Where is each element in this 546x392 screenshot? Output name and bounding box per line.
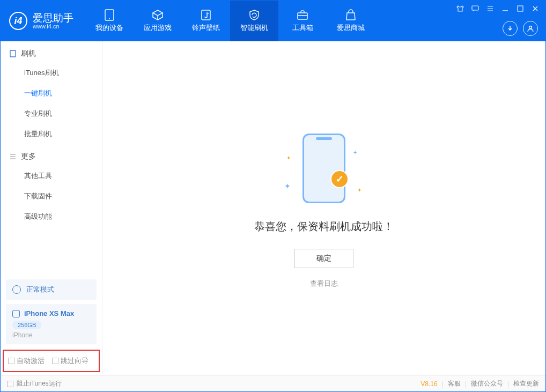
device-name: iPhone XS Max <box>24 309 74 317</box>
flash-options-row: 自动激活 跳过向导 <box>3 350 100 372</box>
sidebar-item-itunes-flash[interactable]: iTunes刷机 <box>24 63 102 83</box>
app-header: i4 爱思助手 www.i4.cn 我的设备 应用游戏 铃声壁纸 智能刷机 工具… <box>1 1 545 41</box>
logo-icon: i4 <box>9 12 27 30</box>
svg-point-1 <box>109 18 110 19</box>
sparkle-icon: ✦ <box>357 187 361 193</box>
menu-icon[interactable] <box>485 4 495 13</box>
sidebar-item-batch-flash[interactable]: 批量刷机 <box>24 124 102 144</box>
version-label: V8.16 <box>420 380 437 388</box>
checkbox-icon <box>8 358 14 364</box>
sidebar-item-other-tools[interactable]: 其他工具 <box>24 166 102 186</box>
download-icon[interactable] <box>503 21 518 36</box>
svg-point-6 <box>529 26 532 29</box>
nav-ringtones-wallpapers[interactable]: 铃声壁纸 <box>182 1 230 41</box>
checkbox-icon <box>7 381 13 387</box>
nav-my-device[interactable]: 我的设备 <box>85 1 134 41</box>
success-message: 恭喜您，保资料刷机成功啦！ <box>254 219 394 234</box>
app-logo: i4 爱思助手 www.i4.cn <box>1 1 85 41</box>
checkbox-auto-activate[interactable]: 自动激活 <box>8 356 45 366</box>
sidebar-item-download-firmware[interactable]: 下载固件 <box>24 186 102 206</box>
app-name: 爱思助手 <box>33 13 73 23</box>
minimize-icon[interactable] <box>500 4 510 13</box>
mode-label: 正常模式 <box>26 285 54 294</box>
ok-button[interactable]: 确定 <box>294 249 353 268</box>
svg-rect-2 <box>202 10 210 20</box>
header-right-icons <box>503 21 538 36</box>
device-icon <box>102 9 117 21</box>
sidebar-item-onekey-flash[interactable]: 一键刷机 <box>24 83 102 103</box>
sparkle-icon: ✦ <box>286 155 291 161</box>
close-icon[interactable] <box>530 4 540 13</box>
maximize-icon[interactable] <box>515 4 525 13</box>
sparkle-icon: ✦ <box>353 150 357 156</box>
svg-rect-3 <box>298 13 307 19</box>
section-title: 更多 <box>21 152 36 161</box>
wechat-link[interactable]: 微信公众号 <box>471 379 503 388</box>
checkbox-skip-wizard[interactable]: 跳过向导 <box>52 356 88 366</box>
nav-label: 智能刷机 <box>240 23 268 33</box>
skin-icon[interactable] <box>455 4 465 13</box>
feedback-icon[interactable] <box>470 4 480 13</box>
sidebar-item-pro-flash[interactable]: 专业刷机 <box>24 103 102 124</box>
sidebar-section-flash: 刷机 <box>1 41 102 63</box>
success-panel: ✓ ✦ ✦ ✦ ✦ 恭喜您，保资料刷机成功啦！ 确定 查看日志 <box>254 128 394 289</box>
sidebar-section-more: 更多 <box>1 144 102 166</box>
nav-label: 我的设备 <box>95 23 123 33</box>
app-url: www.i4.cn <box>33 23 73 29</box>
phone-graphic <box>302 134 345 203</box>
phone-icon <box>9 50 17 57</box>
svg-rect-7 <box>10 50 16 57</box>
bag-icon <box>343 9 358 21</box>
main-content: ✓ ✦ ✦ ✦ ✦ 恭喜您，保资料刷机成功啦！ 确定 查看日志 <box>102 41 545 375</box>
window-controls <box>455 4 540 13</box>
nav-label: 铃声壁纸 <box>192 23 220 33</box>
mode-icon <box>12 285 21 294</box>
user-icon[interactable] <box>523 21 538 36</box>
nav-toolbox[interactable]: 工具箱 <box>278 1 327 41</box>
nav-store[interactable]: 爱思商城 <box>327 1 375 41</box>
nav-label: 工具箱 <box>292 23 313 33</box>
success-illustration: ✓ ✦ ✦ ✦ ✦ <box>281 128 367 209</box>
support-link[interactable]: 客服 <box>448 379 461 388</box>
sparkle-icon: ✦ <box>284 182 291 190</box>
checkbox-icon <box>52 358 58 364</box>
check-update-link[interactable]: 检查更新 <box>513 379 539 388</box>
nav-apps-games[interactable]: 应用游戏 <box>134 1 182 41</box>
shield-refresh-icon <box>247 9 262 21</box>
sidebar-item-advanced[interactable]: 高级功能 <box>24 206 102 227</box>
device-info-card[interactable]: iPhone XS Max 256GB iPhone <box>6 304 97 344</box>
cube-icon <box>150 9 165 21</box>
list-icon <box>9 153 17 160</box>
music-file-icon <box>198 9 213 21</box>
main-nav: 我的设备 应用游戏 铃声壁纸 智能刷机 工具箱 爱思商城 <box>85 1 375 41</box>
svg-rect-5 <box>518 6 523 11</box>
view-log-link[interactable]: 查看日志 <box>254 279 394 289</box>
nav-smart-flash[interactable]: 智能刷机 <box>230 1 278 41</box>
nav-label: 爱思商城 <box>337 23 365 33</box>
sidebar: 刷机 iTunes刷机 一键刷机 专业刷机 批量刷机 更多 其他工具 下载固件 … <box>1 41 102 375</box>
toolbox-icon <box>295 9 310 21</box>
checkbox-block-itunes[interactable]: 阻止iTunes运行 <box>7 379 62 388</box>
nav-label: 应用游戏 <box>144 23 172 33</box>
device-type: iPhone <box>12 331 90 339</box>
svg-rect-4 <box>472 6 478 10</box>
device-mode-card[interactable]: 正常模式 <box>6 279 97 300</box>
status-bar: 阻止iTunes运行 V8.16 | 客服 | 微信公众号 | 检查更新 <box>1 375 545 391</box>
device-storage: 256GB <box>12 321 41 329</box>
device-small-icon <box>12 310 20 317</box>
section-title: 刷机 <box>21 49 36 58</box>
checkmark-badge-icon: ✓ <box>330 170 349 188</box>
